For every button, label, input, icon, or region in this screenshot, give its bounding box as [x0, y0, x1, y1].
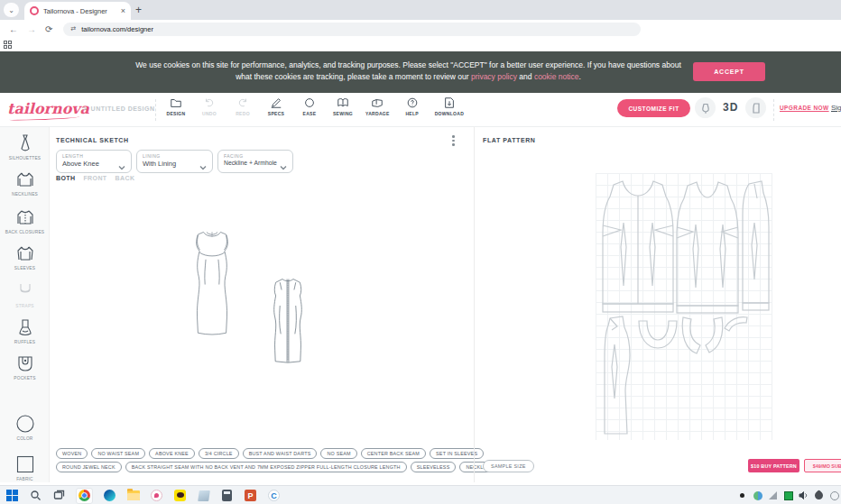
design-button[interactable]: DESIGN [165, 96, 187, 116]
start-button[interactable] [5, 489, 19, 502]
taskbar-search-button[interactable] [29, 489, 42, 502]
tab-front[interactable]: FRONT [83, 175, 106, 181]
tailornova-favicon-icon [30, 6, 39, 15]
tag[interactable]: SLEEVELESS [411, 462, 457, 472]
sidebar-item-back-closures[interactable]: BACK CLOSURES [0, 207, 50, 234]
file-explorer-icon [127, 490, 140, 500]
taskbar-edge-button[interactable] [103, 489, 116, 502]
tag[interactable]: BACK STRAIGHT SEAM WITH NO BACK VENT AND… [125, 462, 407, 472]
c-app-icon: C [268, 490, 280, 501]
signal-button[interactable] [768, 490, 778, 500]
sign-in-link[interactable]: Sig [831, 104, 841, 112]
neckline-torso-icon [15, 170, 35, 189]
taskbar-powerpoint-button[interactable]: P [244, 489, 257, 502]
dress-form-icon [700, 103, 711, 114]
browser-tab[interactable]: Tailornova - Designer × [24, 2, 131, 20]
new-tab-button[interactable]: + [135, 4, 142, 16]
panel-options-button[interactable] [452, 135, 455, 146]
sidebar-item-pockets[interactable]: POCKETS [0, 353, 50, 380]
tray-overflow-button[interactable] [829, 490, 839, 500]
sidebar-item-silhouettes[interactable]: SILHOUETTES [0, 133, 50, 160]
tag[interactable]: ABOVE KNEE [149, 448, 195, 459]
pattern-view-button[interactable] [745, 97, 766, 118]
reload-icon[interactable]: ⟳ [45, 24, 52, 34]
app-header: tailornova >UNTITLED DESIGN DESIGN UNDO … [0, 93, 841, 127]
taskbar-file-explorer-button[interactable] [126, 489, 140, 502]
forward-icon[interactable]: → [27, 24, 36, 34]
tag[interactable]: NO WAIST SEAM [91, 448, 145, 459]
undo-button[interactable]: UNDO [199, 96, 220, 116]
project-name[interactable]: >UNTITLED DESIGN [83, 105, 154, 112]
length-dropdown[interactable]: LENGTH Above Knee [56, 150, 132, 173]
sidebar-item-sleeves[interactable]: SLEEVES [0, 243, 50, 270]
graphics-utility-button[interactable] [783, 490, 793, 500]
search-icon [30, 490, 42, 501]
tag[interactable]: BUST AND WAIST DARTS [243, 448, 318, 459]
edge-icon [104, 490, 116, 501]
redo-button[interactable]: REDO [232, 96, 254, 116]
mannequin-view-button[interactable] [695, 97, 716, 118]
close-tab-icon[interactable]: × [121, 6, 125, 15]
buy-pattern-button[interactable]: $10 BUY PATTERN [748, 459, 799, 472]
sidebar-item-necklines[interactable]: NECKLINES [0, 170, 50, 197]
tag[interactable]: CENTER BACK SEAM [361, 448, 426, 459]
upgrade-now-link[interactable]: UPGRADE NOW [780, 105, 829, 111]
site-settings-icon[interactable]: ⇄ [70, 25, 76, 32]
facing-dropdown[interactable]: FACING Neckline + Armhole [217, 150, 293, 173]
feature-tags-row-1: WOVEN NO WAIST SEAM ABOVE KNEE 3/4 CIRCL… [56, 448, 484, 459]
pen-input-button[interactable] [814, 490, 824, 500]
address-bar[interactable]: ⇄ tailornova.com/designer [63, 23, 641, 36]
cookie-notice-link[interactable]: cookie notice [534, 72, 579, 81]
help-button[interactable]: HELP [402, 96, 423, 116]
download-button[interactable]: DOWNLOAD [435, 96, 464, 116]
sidebar-item-straps[interactable]: STRAPS [0, 281, 50, 308]
taskbar-apps: P C [5, 486, 281, 504]
dress-front-sketch [177, 220, 247, 355]
customize-fit-button[interactable]: CUSTOMIZE FIT [617, 99, 690, 117]
tag[interactable]: SET IN SLEEVES [430, 448, 484, 459]
taskbar-c-app-button[interactable]: C [267, 489, 281, 502]
accept-cookies-button[interactable]: ACCEPT [693, 62, 765, 81]
dress-back-sketch [264, 274, 311, 370]
sidebar-item-fabric[interactable]: FABRIC [0, 454, 50, 481]
sewing-button[interactable]: SEWING [332, 96, 354, 116]
taskbar-chrome-button[interactable] [76, 488, 93, 504]
tab-back[interactable]: BACK [116, 175, 135, 181]
tab-search-button[interactable]: ⌄ [4, 3, 19, 17]
taskbar-notes-app-button[interactable] [197, 489, 210, 502]
flat-pattern-canvas[interactable] [596, 173, 772, 440]
sample-size-tag[interactable]: SAMPLE SIZE [483, 460, 534, 472]
pocket-icon [15, 353, 35, 373]
volume-button[interactable] [799, 490, 809, 500]
network-globe-button[interactable] [753, 490, 762, 500]
apps-grid-icon[interactable] [4, 41, 12, 49]
straps-camisole-icon [15, 281, 35, 301]
signal-icon [769, 491, 777, 499]
sidebar-item-ruffles[interactable]: RUFFLES [0, 317, 50, 344]
tab-both[interactable]: BOTH [56, 175, 75, 181]
tag[interactable]: NO SEAM [320, 448, 356, 459]
taskbar-paint-app-button[interactable] [150, 489, 163, 502]
tag[interactable]: ROUND JEWEL NECK [56, 462, 122, 472]
3d-mode-label[interactable]: 3D [723, 101, 738, 114]
specs-button[interactable]: SPECS [265, 96, 287, 116]
sidebar-item-color[interactable]: COLOR [0, 414, 50, 441]
taskbar-calculator-button[interactable] [220, 489, 234, 502]
privacy-policy-link[interactable]: privacy policy [471, 72, 517, 81]
color-circle-icon [15, 414, 35, 434]
yardage-button[interactable]: YARDAGE [365, 96, 390, 116]
pencil-icon [270, 96, 282, 109]
circle-icon [303, 96, 316, 109]
back-icon[interactable]: ← [9, 24, 18, 34]
ease-button[interactable]: EASE [299, 96, 320, 116]
hidden-icons-button[interactable] [737, 490, 747, 500]
taskbar-kakaotalk-button[interactable] [173, 489, 187, 502]
task-view-button[interactable] [52, 489, 66, 502]
download-file-icon [443, 96, 456, 109]
kakaotalk-icon [174, 490, 186, 501]
tag[interactable]: WOVEN [56, 448, 88, 459]
subscribe-button[interactable]: $49/MO SUBS [804, 459, 841, 472]
cookie-text: We use cookies on this site for performa… [135, 60, 681, 83]
lining-dropdown[interactable]: LINING With Lining [136, 150, 213, 173]
tag[interactable]: 3/4 CIRCLE [199, 448, 239, 459]
